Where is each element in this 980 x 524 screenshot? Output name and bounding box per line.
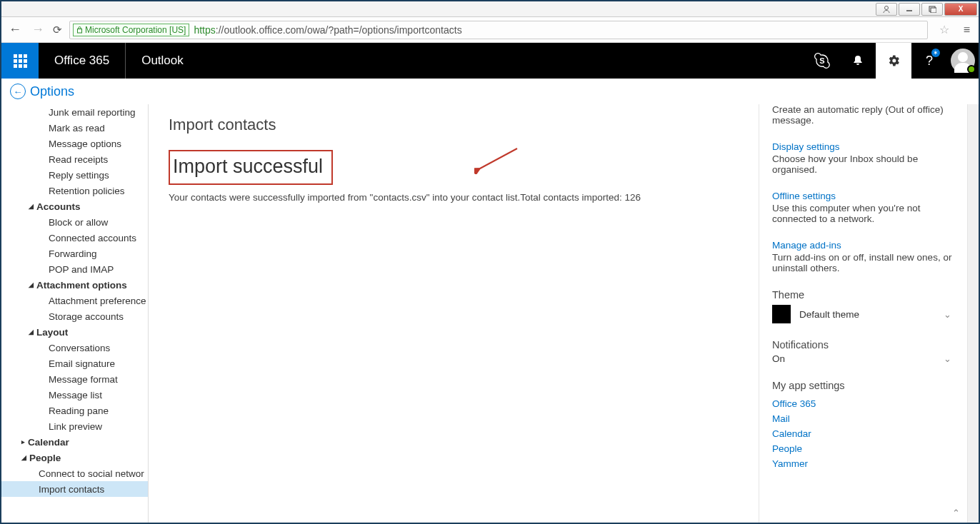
success-highlight-box: Import successful: [169, 150, 333, 185]
sidebar-item[interactable]: Storage accounts: [1, 308, 148, 324]
app-link-mail[interactable]: Mail: [772, 413, 954, 424]
sidebar-item[interactable]: POP and IMAP: [1, 261, 148, 277]
notifications-heading: Notifications: [772, 339, 954, 351]
options-title: Options: [30, 84, 74, 99]
app-launcher-button[interactable]: [1, 43, 39, 79]
chevron-down-icon: ⌄: [944, 353, 951, 364]
sidebar-group-people[interactable]: ◢People: [1, 450, 148, 465]
sidebar-item[interactable]: Attachment preference: [1, 293, 148, 308]
theme-selector[interactable]: Default theme ⌄: [772, 305, 954, 323]
app-link-yammer[interactable]: Yammer: [772, 458, 954, 469]
sidebar-item[interactable]: Read receipts: [1, 151, 148, 167]
sidebar-item[interactable]: Connected accounts: [1, 230, 148, 246]
theme-heading: Theme: [772, 289, 954, 301]
brand-office365[interactable]: Office 365: [39, 43, 125, 79]
help-badge-icon: ✶: [931, 49, 940, 57]
url-protocol: https: [194, 24, 215, 36]
window-user-button[interactable]: [876, 3, 897, 16]
display-settings-link[interactable]: Display settings: [772, 141, 954, 152]
caret-down-icon: ◢: [21, 454, 26, 461]
nav-back-icon[interactable]: ←: [7, 22, 23, 37]
settings-panel[interactable]: Create an automatic reply (Out of office…: [759, 104, 967, 524]
sidebar-item[interactable]: Connect to social networ: [1, 465, 148, 481]
sidebar-item[interactable]: Mark as read: [1, 120, 148, 136]
theme-value: Default theme: [799, 309, 859, 320]
offline-settings-desc: Use this computer when you're not connec…: [772, 203, 954, 224]
annotation-arrow-icon: [474, 144, 524, 174]
caret-down-icon: ◢: [29, 328, 34, 336]
sidebar-item[interactable]: Reading pane: [1, 403, 148, 418]
sidebar-group-accounts[interactable]: ◢Accounts: [1, 198, 148, 214]
notifications-selector[interactable]: On ⌄: [772, 353, 954, 364]
sidebar-item[interactable]: Message list: [1, 387, 148, 403]
options-sidebar[interactable]: Junk email reporting Mark as read Messag…: [1, 104, 149, 524]
display-settings-desc: Choose how your Inbox should be organise…: [772, 153, 954, 175]
scroll-up-icon[interactable]: ⌃: [952, 508, 960, 518]
window-close-button[interactable]: X: [944, 3, 977, 16]
security-badge-text: Microsoft Corporation [US]: [85, 25, 186, 35]
browser-toolbar: ← → ⟳ Microsoft Corporation [US] https:/…: [1, 17, 979, 43]
manage-addins-link[interactable]: Manage add-ins: [772, 240, 954, 251]
svg-point-0: [885, 6, 889, 9]
sidebar-item[interactable]: Block or allow: [1, 214, 148, 230]
sidebar-group-layout[interactable]: ◢Layout: [1, 324, 148, 340]
offline-settings-link[interactable]: Offline settings: [772, 191, 954, 201]
lock-icon: [76, 26, 83, 34]
waffle-icon: [14, 54, 27, 68]
sidebar-item[interactable]: Email signature: [1, 356, 148, 371]
presence-indicator-icon: [967, 65, 976, 74]
panel-scrollbar[interactable]: [967, 104, 979, 524]
sidebar-item[interactable]: Forwarding: [1, 246, 148, 261]
app-settings-heading: My app settings: [772, 380, 954, 391]
sidebar-item[interactable]: Message format: [1, 371, 148, 387]
caret-right-icon: ▸: [21, 438, 25, 445]
sidebar-item[interactable]: Link preview: [1, 418, 148, 434]
help-icon[interactable]: ? ✶: [911, 43, 947, 79]
skype-icon[interactable]: S: [804, 43, 840, 79]
settings-gear-icon[interactable]: [876, 43, 911, 79]
auto-reply-desc: Create an automatic reply (Out of office…: [772, 104, 954, 126]
sidebar-item[interactable]: Conversations: [1, 340, 148, 356]
success-message: Your contacts were successfully imported…: [169, 192, 739, 203]
sidebar-group-attachment[interactable]: ◢Attachment options: [1, 277, 148, 293]
svg-line-6: [480, 148, 517, 168]
caret-down-icon: ◢: [29, 203, 34, 210]
address-bar[interactable]: Microsoft Corporation [US] https://outlo…: [69, 21, 928, 39]
account-avatar[interactable]: [947, 43, 979, 79]
sidebar-item[interactable]: Retention policies: [1, 183, 148, 198]
sidebar-item[interactable]: Junk email reporting: [1, 104, 148, 120]
caret-down-icon: ◢: [29, 281, 34, 288]
svg-rect-4: [78, 29, 82, 34]
success-heading: Import successful: [173, 156, 323, 178]
sidebar-item[interactable]: Reply settings: [1, 167, 148, 183]
manage-addins-desc: Turn add-ins on or off, install new ones…: [772, 252, 954, 273]
bookmark-star-icon[interactable]: ☆: [935, 23, 954, 36]
app-link-office365[interactable]: Office 365: [772, 398, 954, 409]
window-minimize-button[interactable]: [899, 3, 920, 16]
notifications-value: On: [772, 353, 785, 364]
reload-icon[interactable]: ⟳: [53, 24, 62, 36]
brand-outlook[interactable]: Outlook: [125, 43, 199, 79]
browser-menu-icon[interactable]: ≡: [961, 24, 973, 36]
chevron-down-icon: ⌄: [944, 309, 951, 320]
app-link-people[interactable]: People: [772, 443, 954, 454]
suite-header: Office 365 Outlook S ? ✶: [1, 43, 979, 79]
sidebar-group-calendar[interactable]: ▸Calendar: [1, 434, 148, 450]
sidebar-item[interactable]: Message options: [1, 136, 148, 151]
options-header: ← Options: [1, 79, 979, 104]
svg-text:S: S: [819, 56, 824, 65]
svg-rect-3: [931, 8, 936, 13]
page-title: Import contacts: [169, 116, 739, 134]
options-back-button[interactable]: ←: [10, 84, 26, 99]
window-titlebar: X: [1, 1, 979, 17]
security-badge: Microsoft Corporation [US]: [73, 24, 189, 36]
main-content: Import contacts Import successful Your c…: [149, 104, 759, 524]
nav-forward-icon[interactable]: →: [30, 22, 46, 37]
app-link-calendar[interactable]: Calendar: [772, 428, 954, 439]
theme-swatch-icon: [772, 305, 791, 323]
url-path: ://outlook.office.com/owa/?path=/options…: [216, 24, 462, 36]
window-maximize-button[interactable]: [921, 3, 943, 16]
sidebar-item-import-contacts[interactable]: Import contacts: [1, 481, 148, 497]
notifications-bell-icon[interactable]: [840, 43, 876, 79]
